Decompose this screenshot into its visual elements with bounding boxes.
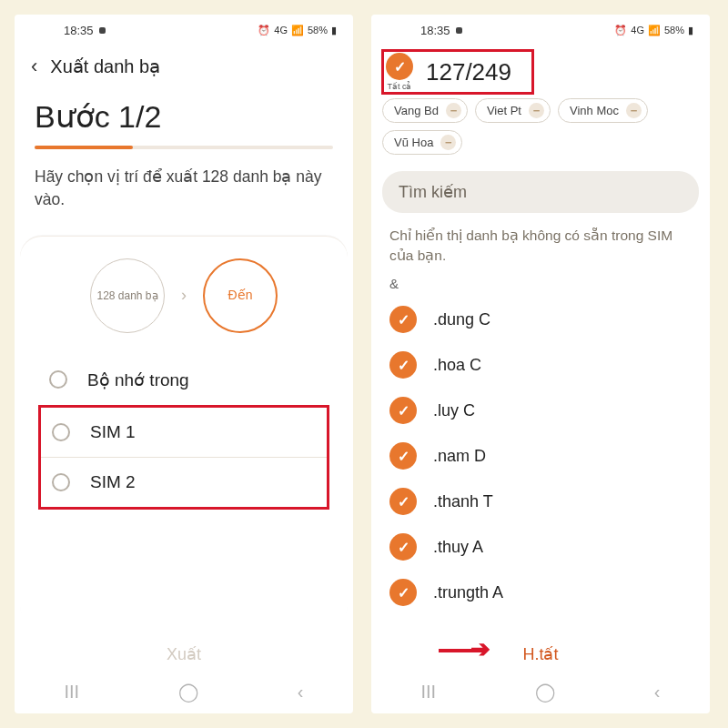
recents-icon[interactable]: III — [64, 682, 79, 703]
home-icon[interactable]: ◯ — [178, 681, 198, 703]
contact-name: .thanh T — [433, 492, 493, 511]
selection-header: Tất cả 127/249 — [371, 42, 710, 98]
radio-label: SIM 2 — [90, 472, 136, 492]
net-icon: 4G — [631, 25, 644, 35]
contact-row[interactable]: .hoa C — [380, 342, 701, 388]
check-icon[interactable] — [389, 351, 417, 379]
done-button[interactable]: H.tất — [371, 628, 710, 673]
signal-icon: 📶 — [648, 25, 661, 36]
page-header: ‹ Xuất danh bạ — [15, 42, 353, 87]
contact-row[interactable]: .nam D — [380, 433, 701, 479]
section-header: & — [371, 276, 710, 297]
back-nav-icon[interactable]: ‹ — [654, 682, 661, 703]
chevron-right-icon: › — [181, 286, 187, 305]
remove-icon[interactable]: − — [626, 103, 642, 118]
chip[interactable]: Vang Bd− — [382, 98, 468, 123]
camera-icon — [99, 27, 106, 34]
instruction-text: Hãy chọn vị trí để xuất 128 danh bạ này … — [15, 149, 353, 236]
radio-icon — [52, 473, 70, 491]
chip[interactable]: Vũ Hoa− — [382, 130, 462, 155]
phone-left: 18:35 ⏰ 4G 📶 58% ▮ ‹ Xuất danh bạ Bước 1… — [15, 15, 353, 713]
highlight-box: SIM 1 SIM 2 — [38, 405, 329, 510]
statusbar: 18:35 ⏰ 4G 📶 58% ▮ — [15, 15, 353, 42]
chip-label: Vang Bd — [394, 104, 439, 117]
contact-row[interactable]: .luy C — [380, 388, 701, 433]
radio-internal-storage[interactable]: Bộ nhớ trong — [31, 355, 337, 405]
remove-icon[interactable]: − — [529, 103, 544, 118]
signal-icon: 📶 — [291, 25, 304, 36]
phone-right: 18:35 ⏰ 4G 📶 58% ▮ Tất cả 127/249 Vang B… — [371, 15, 710, 713]
contact-name: .thuy A — [433, 538, 483, 557]
radio-label: Bộ nhớ trong — [87, 369, 189, 390]
radio-icon — [52, 423, 70, 441]
android-navbar: III ◯ ‹ — [15, 673, 353, 713]
battery-icon: ▮ — [688, 25, 693, 36]
radio-icon — [49, 370, 67, 389]
selection-count: 127/249 — [426, 58, 511, 86]
contact-name: .dung C — [433, 310, 490, 329]
check-icon — [386, 53, 413, 80]
select-all-label: Tất cả — [388, 82, 412, 91]
contact-row[interactable]: .thuy A — [380, 524, 701, 570]
progress-bar — [35, 146, 333, 149]
chip[interactable]: Vinh Moc− — [558, 98, 648, 123]
check-icon[interactable] — [389, 397, 417, 424]
contact-name: .nam D — [433, 447, 486, 466]
status-time: 18:35 — [64, 24, 94, 37]
search-input[interactable]: Tìm kiếm — [382, 171, 699, 213]
statusbar: 18:35 ⏰ 4G 📶 58% ▮ — [371, 15, 710, 42]
alarm-icon: ⏰ — [614, 25, 627, 36]
camera-icon — [456, 27, 462, 34]
radio-sim1[interactable]: SIM 1 — [41, 408, 327, 458]
recents-icon[interactable]: III — [420, 682, 436, 703]
export-button[interactable]: Xuất — [15, 628, 353, 673]
android-navbar: III ◯ ‹ — [371, 673, 710, 713]
dest-circle[interactable]: Đến — [203, 258, 278, 333]
home-icon[interactable]: ◯ — [535, 681, 555, 703]
contact-row[interactable]: .dung C — [380, 297, 701, 342]
contact-name: .luy C — [433, 401, 475, 420]
source-circle: 128 danh bạ — [90, 258, 165, 333]
check-icon[interactable] — [389, 306, 417, 333]
contact-row[interactable]: .trungth A — [380, 570, 701, 615]
battery-text: 58% — [664, 25, 684, 35]
radio-sim2[interactable]: SIM 2 — [41, 458, 327, 507]
remove-icon[interactable]: − — [446, 103, 461, 118]
chip[interactable]: Viet Pt− — [475, 98, 551, 123]
net-icon: 4G — [274, 25, 288, 35]
battery-icon: ▮ — [331, 25, 337, 36]
check-icon[interactable] — [389, 442, 417, 470]
contact-name: .hoa C — [433, 356, 481, 375]
remove-icon[interactable]: − — [440, 135, 456, 150]
chip-label: Vinh Moc — [570, 104, 619, 117]
contact-name: .trungth A — [433, 583, 503, 602]
status-time: 18:35 — [420, 24, 450, 37]
radio-label: SIM 1 — [90, 422, 136, 442]
back-icon[interactable]: ‹ — [31, 55, 37, 78]
battery-text: 58% — [308, 25, 328, 35]
options-card: 128 danh bạ › Đến Bộ nhớ trong SIM 1 SIM… — [20, 236, 348, 628]
chip-label: Vũ Hoa — [394, 136, 433, 149]
alarm-icon: ⏰ — [258, 25, 270, 36]
source-dest-row: 128 danh bạ › Đến — [31, 258, 337, 333]
contact-list[interactable]: .dung C .hoa C .luy C .nam D .thanh T .t… — [371, 297, 710, 628]
header-title: Xuất danh bạ — [50, 56, 160, 77]
check-icon[interactable] — [389, 533, 417, 561]
contact-row[interactable]: .thanh T — [380, 479, 701, 524]
step-title: Bước 1/2 — [15, 87, 353, 146]
check-icon[interactable] — [389, 488, 417, 515]
chip-label: Viet Pt — [487, 104, 521, 117]
select-all-toggle[interactable]: Tất cả — [386, 53, 413, 91]
filter-note: Chỉ hiển thị danh bạ không có sẵn trong … — [371, 222, 710, 276]
check-icon[interactable] — [389, 579, 417, 606]
back-nav-icon[interactable]: ‹ — [298, 682, 304, 703]
selected-chips: Vang Bd− Viet Pt− Vinh Moc− Vũ Hoa− — [371, 98, 710, 162]
